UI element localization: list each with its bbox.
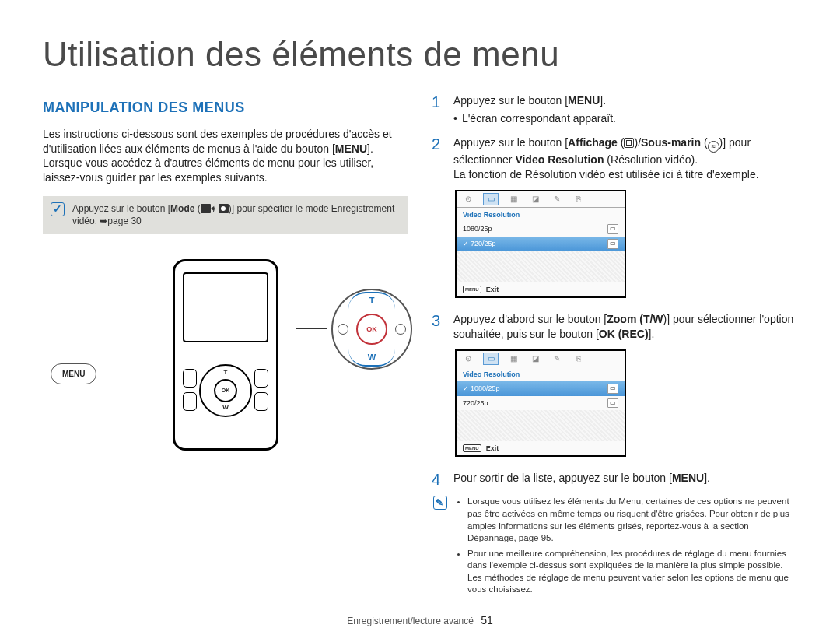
step3-ok-bold: OK (REC) xyxy=(599,328,649,340)
step3-text-a: Appuyez d'abord sur le bouton [ xyxy=(453,313,607,325)
display-icon xyxy=(624,138,634,148)
intro-text: Les instructions ci-dessous sont des exe… xyxy=(43,127,408,186)
dpad-w-label: W xyxy=(222,404,229,412)
lcd-tabbar: ⊙ ▭ ▦ ◪ ✎ ⎘ xyxy=(457,191,625,208)
lcd-option-720: 720/25p ▭ xyxy=(457,396,625,411)
step4-menu-bold: MENU xyxy=(672,472,704,484)
step4-text-a: Pour sortir de la liste, appuyez sur le … xyxy=(453,472,672,484)
mode-note-text: Appuyez sur le bouton [Mode ( / )] pour … xyxy=(72,202,401,227)
page-ref-arrow: ➥ xyxy=(100,216,107,226)
step4-text-b: ]. xyxy=(704,472,710,484)
lcd-option-1080: 1080/25p ▭ xyxy=(457,222,625,237)
step2-vr-bold: Video Resolution xyxy=(515,153,604,166)
device-side-button xyxy=(183,392,197,411)
lcd-option-1080-selected: 1080/25p ▭ xyxy=(457,381,625,396)
lcd-opt-label: 1080/25p xyxy=(471,384,500,392)
step1-text-b: ]. xyxy=(600,94,606,107)
step-number: 4 xyxy=(432,471,446,488)
lcd-footer: MENU Exit xyxy=(457,441,625,455)
film-icon: ▭ xyxy=(607,239,618,249)
leader-line xyxy=(296,328,327,329)
device-side-button xyxy=(254,369,268,388)
check-icon xyxy=(51,202,65,216)
lcd-tab-icon: ◪ xyxy=(528,353,542,364)
menu-small-icon: MENU xyxy=(463,286,481,293)
check-small-icon xyxy=(463,384,471,392)
device-outline: T OK W xyxy=(173,259,278,451)
page-footer: Enregistrement/lecture avancé 51 xyxy=(0,613,840,628)
footer-section: Enregistrement/lecture avancé xyxy=(347,616,474,626)
film-icon: ▭ xyxy=(607,398,618,409)
lcd-exit-label: Exit xyxy=(486,444,499,453)
step-number: 3 xyxy=(432,312,446,342)
step1-sub: L'écran correspondant apparaît. xyxy=(453,111,797,126)
lcd-opt-label: 1080/25p xyxy=(463,224,492,233)
footer-page-number: 51 xyxy=(481,614,493,626)
device-screen xyxy=(183,272,268,342)
menu-small-icon: MENU xyxy=(463,444,481,452)
dpad-t-label: T xyxy=(224,369,228,377)
lcd-screenshot-2: ⊙ ▭ ▦ ◪ ✎ ⎘ Video Resolution 1080/25p ▭ … xyxy=(455,349,626,458)
dpad-side-right-icon xyxy=(395,324,406,335)
lcd-tab-icon: ⎘ xyxy=(572,353,586,364)
lcd-tabbar: ⊙ ▭ ▦ ◪ ✎ ⎘ xyxy=(457,351,625,367)
step2-mid: ( xyxy=(618,136,625,149)
lcd-menu-title: Video Resolution xyxy=(457,208,625,222)
step-number: 2 xyxy=(432,135,446,182)
dpad-big-w: W xyxy=(368,352,376,363)
step-4: 4 Pour sortir de la liste, appuyez sur l… xyxy=(432,471,797,488)
mode-note-mode: Mode xyxy=(170,203,194,214)
lcd-opt-label: 720/25p xyxy=(463,398,488,408)
menu-callout: MENU xyxy=(51,363,132,385)
step2-text-a: Appuyez sur le bouton [ xyxy=(453,136,568,149)
lcd-footer: MENU Exit xyxy=(457,282,625,296)
lcd-tab-icon: ▦ xyxy=(506,194,520,205)
step1-text-a: Appuyez sur le bouton [ xyxy=(453,94,568,107)
step-number: 1 xyxy=(432,93,446,128)
dpad-big-t: T xyxy=(369,295,375,307)
underwater-icon: ≈ xyxy=(708,141,719,153)
bottom-note-2: Pour une meilleure compréhension, les pr… xyxy=(467,548,797,596)
step-3: 3 Appuyez d'abord sur le bouton [Zoom (T… xyxy=(432,312,797,342)
mode-note-box: Appuyez sur le bouton [Mode ( / )] pour … xyxy=(43,196,408,233)
film-icon: ▭ xyxy=(607,224,618,234)
lcd-tab-icon: ◪ xyxy=(528,194,542,205)
dpad-callout: T OK W xyxy=(296,289,412,370)
lcd-option-720-selected: 720/25p ▭ xyxy=(457,237,625,251)
lcd-spacer xyxy=(457,410,625,441)
device-illustration: MENU T OK W xyxy=(43,250,408,460)
lcd-menu-title: Video Resolution xyxy=(457,367,625,381)
lcd-screenshot-1: ⊙ ▭ ▦ ◪ ✎ ⎘ Video Resolution 1080/25p ▭ … xyxy=(455,190,626,298)
device-side-button xyxy=(254,392,268,411)
lcd-spacer xyxy=(457,251,625,282)
step2-mid2: ( xyxy=(701,136,708,149)
lcd-tab-active-icon: ▭ xyxy=(483,353,499,365)
dpad-big-ok: OK xyxy=(356,314,387,345)
step3-zoom-bold: Zoom xyxy=(607,313,636,325)
lcd-tab-icon: ⊙ xyxy=(461,353,475,364)
film-icon: ▭ xyxy=(607,384,618,394)
lcd-exit-label: Exit xyxy=(486,285,499,294)
step3-close: ]. xyxy=(649,328,655,340)
pencil-note-icon xyxy=(433,496,447,510)
intro-menu-bold: MENU xyxy=(335,142,367,155)
video-mode-icon xyxy=(201,204,211,213)
dpad-side-left-icon xyxy=(338,324,348,335)
photo-mode-icon xyxy=(219,204,229,213)
step2-line2: La fonction de Résolution vidéo est util… xyxy=(453,168,759,181)
step-2: 2 Appuyez sur le bouton [Affichage ()/So… xyxy=(432,135,797,182)
lcd-opt-label: 720/25p xyxy=(471,240,496,247)
lcd-tab-icon: ✎ xyxy=(550,194,564,205)
step2-close2: (Résolution vidéo). xyxy=(604,153,698,166)
mode-note-c: ( xyxy=(194,203,200,214)
step-1: 1 Appuyez sur le bouton [MENU]. L'écran … xyxy=(432,93,797,128)
bottom-note-1: Lorsque vous utilisez les éléments du Me… xyxy=(467,496,797,544)
lcd-tab-icon: ⎘ xyxy=(572,194,586,205)
lcd-tab-icon: ▦ xyxy=(506,353,520,364)
device-side-button xyxy=(183,369,197,388)
step2-affichage-bold: Affichage xyxy=(568,136,618,149)
lcd-tab-icon: ✎ xyxy=(550,353,564,364)
dpad-ok-label: OK xyxy=(214,379,237,402)
menu-pill-label: MENU xyxy=(51,363,96,385)
mode-note-e: page 30 xyxy=(107,216,141,226)
